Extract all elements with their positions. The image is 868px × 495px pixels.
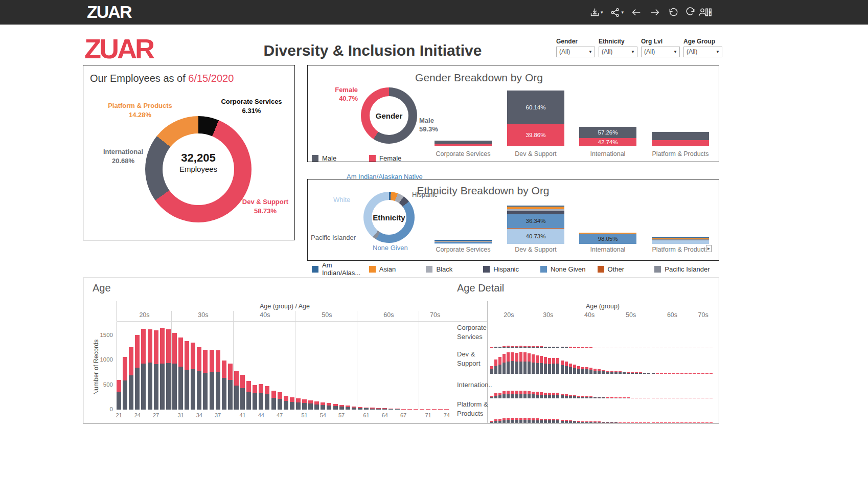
age-bar-73[interactable] [438,409,443,410]
bar-segment-male[interactable] [532,420,535,423]
bar-segment-female[interactable] [556,358,559,364]
detail-bar[interactable] [540,419,543,423]
bar-segment-female[interactable] [401,409,406,410]
detail-bar[interactable] [515,418,518,423]
detail-bar[interactable] [656,422,659,423]
detail-bar[interactable] [676,422,679,423]
detail-bar[interactable] [498,419,501,423]
bar-segment-female[interactable] [216,350,220,372]
stacked-bar-platform-products[interactable] [652,132,709,146]
bar-segment-female[interactable] [643,422,646,423]
bar-segment-male[interactable] [278,399,282,410]
age-bar-65[interactable] [389,409,393,410]
detail-bar[interactable] [502,418,506,423]
detail-bar[interactable] [689,422,692,423]
bar-segment-male[interactable] [123,380,127,410]
bar-segment-male[interactable] [259,393,263,410]
age-bar-27[interactable] [154,330,158,410]
age-bar-43[interactable] [253,385,257,410]
stacked-bar-dev-support[interactable]: 36.34%40.73% [507,206,564,244]
bar-segment-male[interactable] [502,420,506,423]
bar-segment-female[interactable] [129,347,133,375]
bar-segment-male[interactable] [652,132,709,140]
stacked-bar-international[interactable]: 57.26%42.74% [579,127,636,146]
bar-segment-male[interactable] [370,409,375,410]
detail-bar[interactable] [589,421,592,423]
bar-segment-female[interactable] [234,371,239,386]
age-bar-36[interactable] [210,350,214,410]
bar-segment-male[interactable] [511,420,514,423]
detail-bar[interactable] [573,421,576,423]
detail-bar[interactable] [552,419,555,423]
bar-segment-female[interactable] [166,329,171,363]
detail-bar[interactable] [668,422,671,423]
bar-segment-female[interactable] [540,356,543,363]
bar-segment-male[interactable] [577,422,580,423]
stacked-bar-corporate-services[interactable] [435,240,492,244]
detail-bar[interactable] [536,418,539,423]
age-bar-44[interactable] [259,384,263,410]
age-bar-38[interactable] [222,361,226,410]
legend-item-none_given[interactable]: None Given [540,261,598,277]
detail-bar[interactable] [684,422,688,423]
age-bar-55[interactable] [327,403,331,410]
bar-segment-female[interactable] [532,354,535,362]
legend-item-black[interactable]: Black [426,261,483,277]
download-icon[interactable]: ▾ [588,5,604,20]
bar-segment-female[interactable] [652,140,709,146]
bar-segment-female[interactable] [210,350,214,372]
bar-segment-white[interactable] [435,243,492,244]
user-icon[interactable]: ▾ [696,5,712,20]
bar-segment-female[interactable] [565,362,568,366]
detail-bar[interactable] [598,421,601,423]
detail-bar[interactable] [693,422,696,423]
bar-segment-male[interactable] [166,363,171,410]
bar-segment-male[interactable] [614,422,618,423]
age-bar-70[interactable] [420,409,424,410]
legend-item-male[interactable]: Male [312,154,369,162]
bar-segment-female[interactable] [569,364,572,367]
age-bar-68[interactable] [407,409,412,410]
bar-segment-female[interactable] [284,396,288,401]
detail-bar[interactable] [639,422,642,423]
bar-segment-male[interactable] [148,363,152,410]
age-bar-53[interactable] [314,401,319,410]
detail-bar[interactable] [631,422,634,423]
bar-segment-female[interactable] [308,400,313,404]
bar-segment-male[interactable] [339,407,344,410]
age-bar-25[interactable] [141,329,146,410]
bar-segment-female[interactable] [548,358,551,364]
bar-segment-male[interactable]: 60.14% [507,91,564,124]
bar-segment-male[interactable] [548,420,551,423]
bar-segment-male[interactable] [589,422,592,423]
bar-segment-male[interactable] [536,420,539,423]
stacked-bar-platform-products[interactable] [652,237,709,244]
bar-segment-female[interactable] [502,354,506,363]
bar-segment-female[interactable] [623,422,626,423]
bar-segment-female[interactable] [154,330,158,364]
detail-bar[interactable] [635,422,638,423]
bar-segment-male[interactable] [515,420,518,423]
bar-segment-female[interactable] [438,409,443,410]
age-bar-41[interactable] [240,375,245,410]
detail-bar[interactable] [548,419,551,423]
detail-bar[interactable] [664,422,667,423]
age-bar-31[interactable] [178,338,183,410]
age-bar-34[interactable] [197,347,201,410]
bar-segment-male[interactable] [569,421,572,423]
bar-segment-male[interactable] [352,408,356,410]
bar-segment-none_given[interactable]: 98.05% [579,234,636,244]
bar-segment-male[interactable] [490,422,493,423]
detail-bar[interactable] [652,422,655,423]
bar-segment-male[interactable] [581,422,584,423]
bar-segment-male[interactable] [129,375,133,410]
bar-segment-male[interactable] [598,422,601,423]
detail-bar[interactable] [672,422,675,423]
bar-segment-male[interactable] [321,405,325,410]
detail-bar[interactable] [581,421,584,423]
refresh-icon[interactable] [684,5,697,20]
bar-segment-male[interactable] [389,409,393,410]
bar-segment-male[interactable] [234,386,239,410]
bar-segment-male[interactable] [246,392,251,410]
bar-segment-female[interactable] [203,350,208,373]
